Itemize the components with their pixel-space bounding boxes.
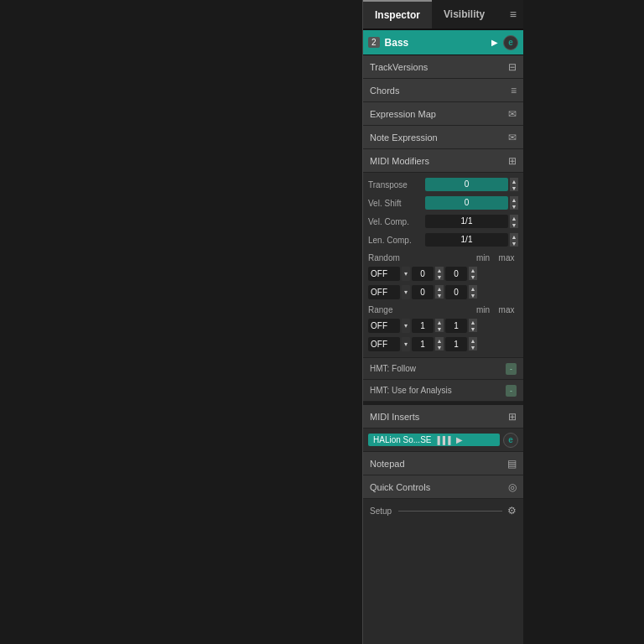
vel-shift-arrows: ▲ ▼: [510, 196, 518, 210]
range-type-1-arrow[interactable]: ▾: [402, 319, 410, 333]
bass-track-row[interactable]: 2 Bass ▶ e: [363, 30, 523, 55]
range-min-2[interactable]: 1: [412, 337, 434, 351]
range-header: Range min max: [368, 302, 518, 317]
hmt-follow-label: HMT: Follow: [370, 364, 506, 373]
random-type-1[interactable]: OFF: [368, 267, 400, 281]
random-max-2-spinner: ▲ ▼: [469, 285, 477, 299]
len-comp-up[interactable]: ▲: [510, 233, 518, 240]
tab-menu-icon[interactable]: ≡: [503, 8, 523, 21]
track-versions-icon: ⊟: [508, 61, 517, 73]
random-max-1-spinner: ▲ ▼: [469, 267, 477, 280]
random-type-2[interactable]: OFF: [368, 285, 400, 299]
random-min-2-spinner: ▲ ▼: [435, 285, 444, 299]
random-min-2-up[interactable]: ▲: [435, 285, 444, 292]
vel-comp-value[interactable]: 1/1: [425, 215, 508, 228]
random-max-1[interactable]: 0: [445, 267, 467, 281]
expression-map-label: Expression Map: [370, 109, 505, 119]
transpose-down[interactable]: ▼: [510, 184, 518, 191]
vel-shift-value[interactable]: 0: [425, 196, 508, 210]
transpose-up[interactable]: ▲: [510, 178, 518, 184]
range-max-1[interactable]: 1: [445, 319, 467, 333]
range-max-2-spinner: ▲ ▼: [469, 337, 477, 351]
vel-comp-up[interactable]: ▲: [510, 215, 518, 221]
note-expression-label: Note Expression: [370, 132, 505, 143]
midi-inserts-icon: ⊞: [508, 411, 517, 423]
random-min-1-up[interactable]: ▲: [435, 267, 444, 273]
midi-inserts-label: MIDI Inserts: [370, 412, 505, 422]
range-min-1[interactable]: 1: [412, 319, 434, 333]
random-max-label: max: [495, 253, 518, 262]
random-type-1-arrow[interactable]: ▾: [402, 267, 410, 281]
hmt-follow-button[interactable]: -: [506, 363, 517, 375]
vel-shift-down[interactable]: ▼: [510, 203, 518, 210]
vel-comp-row: Vel. Comp. 1/1 ▲ ▼: [368, 213, 518, 230]
notepad-label: Notepad: [370, 459, 504, 469]
range-min-label: min: [471, 305, 495, 314]
random-type-2-arrow[interactable]: ▾: [402, 285, 410, 299]
range-max-1-up[interactable]: ▲: [469, 319, 477, 325]
random-max-1-up[interactable]: ▲: [469, 267, 477, 273]
section-track-versions[interactable]: TrackVersions ⊟: [363, 55, 523, 79]
transpose-value[interactable]: 0: [425, 178, 508, 191]
random-min-1[interactable]: 0: [412, 267, 434, 281]
range-min-1-up[interactable]: ▲: [435, 319, 444, 325]
tab-visibility[interactable]: Visibility: [432, 0, 496, 29]
section-note-expression[interactable]: Note Expression ✉: [363, 126, 523, 149]
range-max-2-down[interactable]: ▼: [469, 344, 477, 351]
vel-comp-down[interactable]: ▼: [510, 221, 518, 228]
range-max-2[interactable]: 1: [445, 337, 467, 351]
setup-gear-icon[interactable]: ⚙: [507, 505, 517, 517]
transpose-label: Transpose: [368, 180, 425, 190]
hmt-analysis-button[interactable]: -: [506, 385, 517, 397]
random-min-1-spinner: ▲ ▼: [435, 267, 444, 280]
range-max-2-up[interactable]: ▲: [469, 337, 477, 344]
len-comp-down[interactable]: ▼: [510, 240, 518, 247]
section-expression-map[interactable]: Expression Map ✉: [363, 102, 523, 126]
track-edit-button[interactable]: e: [503, 35, 518, 50]
halion-button[interactable]: HALion So...SE ▐▐▐ ▶: [368, 434, 500, 446]
section-midi-inserts[interactable]: MIDI Inserts ⊞: [363, 405, 523, 428]
range-min-1-down[interactable]: ▼: [435, 325, 444, 332]
note-expression-icon: ✉: [508, 132, 517, 143]
expression-map-icon: ✉: [508, 108, 517, 120]
random-min-1-down[interactable]: ▼: [435, 273, 444, 280]
halion-arrow-icon: ▶: [456, 435, 463, 444]
random-max-2[interactable]: 0: [445, 285, 467, 299]
hmt-analysis-label: HMT: Use for Analysis: [370, 386, 506, 395]
len-comp-row: Len. Comp. 1/1 ▲ ▼: [368, 231, 518, 248]
range-max-1-down[interactable]: ▼: [469, 325, 477, 332]
section-midi-modifiers[interactable]: MIDI Modifiers ⊞: [363, 149, 523, 173]
transpose-arrows: ▲ ▼: [510, 178, 518, 191]
random-row-2: OFF ▾ 0 ▲ ▼ 0 ▲ ▼: [368, 283, 518, 300]
random-header: Random min max: [368, 250, 518, 265]
range-max-label: max: [495, 305, 518, 314]
halion-edit-button[interactable]: e: [503, 433, 518, 448]
section-notepad[interactable]: Notepad ▤: [363, 452, 523, 475]
random-min-2-down[interactable]: ▼: [435, 292, 444, 299]
range-min-2-up[interactable]: ▲: [435, 337, 444, 344]
inspector-panel: Inspector Visibility ≡ 2 Bass ▶ e TrackV…: [362, 0, 523, 644]
section-quick-controls[interactable]: Quick Controls ◎: [363, 475, 523, 499]
halion-label: HALion So...SE: [373, 435, 431, 444]
range-type-2[interactable]: OFF: [368, 337, 400, 351]
hmt-follow-row: HMT: Follow -: [363, 358, 523, 380]
halion-row: HALion So...SE ▐▐▐ ▶ e: [363, 428, 523, 452]
random-max-1-down[interactable]: ▼: [469, 273, 477, 280]
chords-label: Chords: [370, 86, 507, 96]
hmt-analysis-row: HMT: Use for Analysis -: [363, 380, 523, 402]
section-chords[interactable]: Chords ≡: [363, 79, 523, 102]
tab-inspector[interactable]: Inspector: [363, 0, 432, 29]
len-comp-value[interactable]: 1/1: [425, 233, 508, 247]
range-label: Range: [368, 305, 471, 314]
range-min-2-down[interactable]: ▼: [435, 344, 444, 351]
random-min-2[interactable]: 0: [412, 285, 434, 299]
random-max-2-down[interactable]: ▼: [469, 292, 477, 299]
vel-shift-label: Vel. Shift: [368, 199, 425, 208]
vel-shift-up[interactable]: ▲: [510, 196, 518, 203]
range-type-2-arrow[interactable]: ▾: [402, 337, 410, 351]
quick-controls-label: Quick Controls: [370, 482, 505, 492]
setup-label: Setup: [370, 506, 392, 516]
random-max-2-up[interactable]: ▲: [469, 285, 477, 292]
vel-comp-label: Vel. Comp.: [368, 217, 425, 226]
range-type-1[interactable]: OFF: [368, 319, 400, 333]
